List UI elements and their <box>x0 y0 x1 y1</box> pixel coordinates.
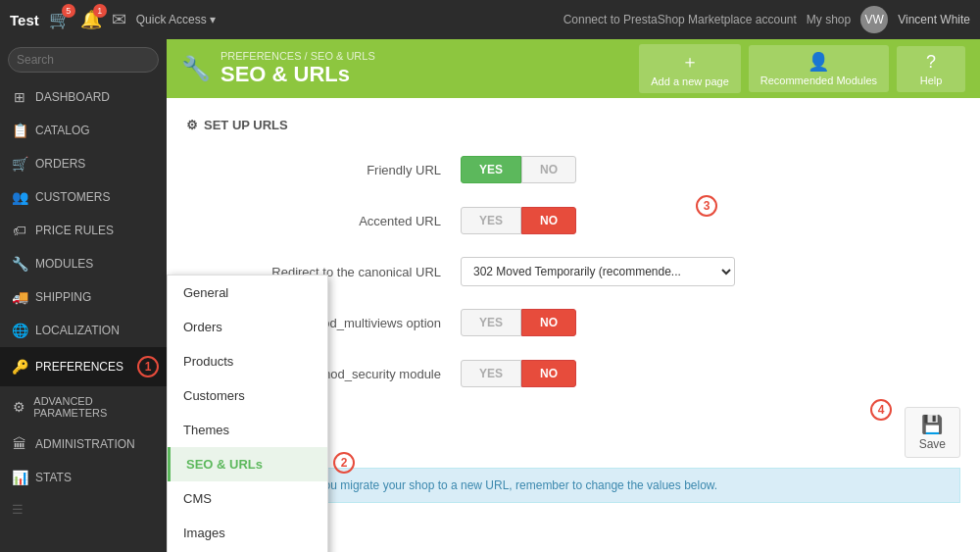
accented-url-row: Accented URL YES NO 3 <box>186 203 960 238</box>
add-new-page-button[interactable]: ＋ Add a new page <box>639 44 741 93</box>
quick-access-btn[interactable]: Quick Access ▾ <box>136 13 216 26</box>
page-title: SEO & URLs <box>220 62 629 87</box>
accented-url-yes-btn[interactable]: YES <box>461 207 521 234</box>
mod-security-toggle: YES NO <box>461 360 576 387</box>
user-name: Vincent White <box>898 13 970 26</box>
sidebar-item-preferences[interactable]: 🔑 PREFERENCES 1 <box>0 347 167 386</box>
menu-item-cms[interactable]: CMS <box>168 481 327 516</box>
page-header-icon: 🔧 <box>181 55 211 82</box>
alert-icon[interactable]: 🔔1 <box>80 9 102 30</box>
stats-icon: 📊 <box>12 470 27 485</box>
search-input[interactable] <box>8 47 159 73</box>
accented-url-toggle: YES NO <box>461 207 576 234</box>
sidebar-item-stats[interactable]: 📊 STATS <box>0 461 167 494</box>
help-button[interactable]: ? Help <box>897 46 965 92</box>
annotation-2: 2 <box>333 452 355 474</box>
modules-icon: 🔧 <box>12 256 27 272</box>
marketplace-link[interactable]: Connect to PrestaShop Marketplace accoun… <box>564 13 797 26</box>
mod-multiviews-toggle: YES NO <box>461 309 576 336</box>
friendly-url-row: Friendly URL YES NO <box>186 152 960 187</box>
friendly-url-yes-btn[interactable]: YES <box>461 156 521 183</box>
menu-item-themes[interactable]: Themes <box>168 413 327 447</box>
price-rules-icon: 🏷 <box>12 223 27 238</box>
customers-icon: 👥 <box>12 189 27 205</box>
annotation-4: 4 <box>870 399 892 421</box>
advanced-icon: ⚙ <box>12 399 25 415</box>
add-icon: ＋ <box>681 50 699 74</box>
my-shop-link[interactable]: My shop <box>807 13 851 26</box>
shipping-icon: 🚚 <box>12 289 27 305</box>
gear-icon: ⚙ <box>186 118 198 132</box>
sidebar-item-localization[interactable]: 🌐 LOCALIZATION <box>0 314 167 347</box>
preferences-dropdown: General Orders Products Customers Themes… <box>167 275 328 552</box>
redirect-canonical-select[interactable]: 302 Moved Temporarily (recommende... 301… <box>461 257 735 286</box>
dashboard-icon: ⊞ <box>12 89 27 105</box>
cart-icon[interactable]: 🛒5 <box>49 9 71 30</box>
security-no-btn[interactable]: NO <box>521 360 576 387</box>
sidebar-item-dashboard[interactable]: ⊞ DASHBOARD <box>0 80 167 114</box>
menu-item-customers[interactable]: Customers <box>168 378 327 413</box>
save-button[interactable]: 💾 Save <box>905 407 960 458</box>
sidebar: ⊞ DASHBOARD 📋 CATALOG 🛒 ORDERS 👥 CUSTOME… <box>0 39 167 552</box>
sidebar-collapse-btn[interactable]: ☰ <box>0 494 167 525</box>
multiviews-yes-btn[interactable]: YES <box>461 309 521 336</box>
sidebar-item-customers[interactable]: 👥 CUSTOMERS <box>0 180 167 214</box>
page-header-text: PREFERENCES / SEO & URLS SEO & URLs <box>220 50 629 87</box>
annotation-1: 1 <box>137 356 159 377</box>
recommended-modules-button[interactable]: 👤 Recommended Modules <box>749 45 889 92</box>
sidebar-item-modules[interactable]: 🔧 MODULES <box>0 247 167 280</box>
topbar: Test 🛒5 🔔1 ✉ Quick Access ▾ Connect to P… <box>0 0 980 39</box>
sidebar-item-catalog[interactable]: 📋 CATALOG <box>0 114 167 147</box>
save-icon: 💾 <box>921 414 943 435</box>
sidebar-item-price-rules[interactable]: 🏷 PRICE RULES <box>0 214 167 247</box>
catalog-icon: 📋 <box>12 123 27 138</box>
localization-icon: 🌐 <box>12 323 27 338</box>
administration-icon: 🏛 <box>12 436 27 452</box>
sidebar-item-orders[interactable]: 🛒 ORDERS <box>0 147 167 180</box>
annotation-3: 3 <box>696 195 717 217</box>
accented-url-no-btn[interactable]: NO <box>521 207 576 234</box>
help-icon: ? <box>926 52 936 73</box>
menu-item-images[interactable]: Images <box>168 516 327 550</box>
section-title: ⚙ SET UP URLS <box>186 118 960 132</box>
user-avatar: VW <box>860 6 888 33</box>
menu-item-products[interactable]: Products <box>168 344 327 378</box>
page-header: 🔧 PREFERENCES / SEO & URLS SEO & URLs ＋ … <box>167 39 980 98</box>
friendly-url-no-btn[interactable]: NO <box>521 156 576 183</box>
header-actions: ＋ Add a new page 👤 Recommended Modules ?… <box>639 44 965 93</box>
security-yes-btn[interactable]: YES <box>461 360 521 387</box>
accented-url-label: Accented URL <box>186 214 461 228</box>
sidebar-item-advanced-parameters[interactable]: ⚙ ADVANCED PARAMETERS <box>0 386 167 427</box>
sidebar-item-administration[interactable]: 🏛 ADMINISTRATION <box>0 427 167 461</box>
menu-item-general[interactable]: General <box>168 276 327 310</box>
orders-icon: 🛒 <box>12 156 27 172</box>
app-name[interactable]: Test <box>10 12 39 28</box>
sidebar-search-container <box>0 39 167 80</box>
cart-badge: 5 <box>62 4 75 18</box>
preferences-icon: 🔑 <box>12 359 27 375</box>
mail-icon[interactable]: ✉ <box>112 9 126 30</box>
sidebar-item-shipping[interactable]: 🚚 SHIPPING <box>0 280 167 314</box>
modules-btn-icon: 👤 <box>808 51 829 73</box>
menu-item-orders[interactable]: Orders <box>168 310 327 344</box>
friendly-url-toggle: YES NO <box>461 156 576 183</box>
alert-badge: 1 <box>93 4 107 18</box>
menu-item-seo-urls[interactable]: SEO & URLs 2 <box>168 447 327 481</box>
breadcrumb: PREFERENCES / SEO & URLS <box>220 50 629 62</box>
multiviews-no-btn[interactable]: NO <box>521 309 576 336</box>
friendly-url-label: Friendly URL <box>186 163 461 177</box>
